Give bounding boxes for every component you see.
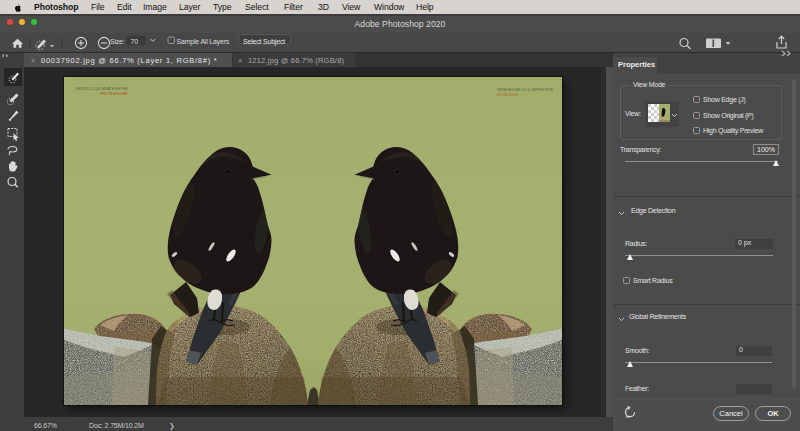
svg-text:03/06/2019: 03/06/2019	[497, 93, 518, 97]
svg-text:00037902 (C)SOMNATH SHOME: 00037902 (C)SOMNATH SHOME	[76, 87, 129, 91]
svg-text:PIED BUSHCHAT: PIED BUSHCHAT	[100, 92, 129, 96]
svg-text:WWW.SHOME.CO (C)MYPHOTOS: WWW.SHOME.CO (C)MYPHOTOS	[497, 88, 554, 92]
